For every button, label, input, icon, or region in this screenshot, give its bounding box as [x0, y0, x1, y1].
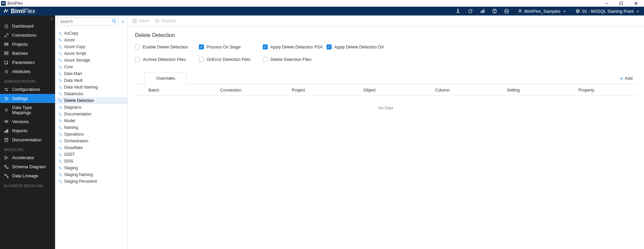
grid-column-setting[interactable]: Setting — [493, 88, 565, 93]
grid-column-object[interactable]: Object — [350, 88, 422, 93]
gear-icon — [58, 45, 62, 49]
settings-item-data-vault[interactable]: Data Vault — [55, 77, 127, 84]
tab-overrides[interactable]: Overrides — [144, 72, 187, 84]
sidebar-item-schema-diagram[interactable]: Schema Diagram — [0, 162, 55, 171]
svg-point-76 — [60, 141, 61, 142]
gear-icon — [58, 59, 62, 62]
sidebar-item-versions[interactable]: Versions — [0, 117, 55, 126]
svg-point-46 — [60, 40, 61, 41]
gear-icon — [58, 173, 62, 177]
settings-item-snowflake[interactable]: Snowflake — [55, 144, 127, 151]
settings-item-label: Data Vault — [64, 78, 83, 83]
settings-item-data-vault-naming[interactable]: Data Vault Naming — [55, 84, 127, 91]
settings-item-naming[interactable]: Naming — [55, 124, 127, 131]
sidebar-item-data-type-mappings[interactable]: Data Type Mappings — [0, 103, 55, 117]
settings-collapse-button[interactable]: « — [120, 19, 125, 24]
search-input[interactable] — [57, 17, 118, 26]
settings-item-ssdt[interactable]: SSDT — [55, 151, 127, 158]
reports-nav-icon[interactable] — [479, 8, 485, 14]
grid-column-project[interactable]: Project — [278, 88, 350, 93]
sidebar-collapse-button[interactable]: « — [0, 15, 55, 22]
version-selector[interactable]: 01 - MSSQL Starting Point ▾ — [573, 9, 641, 14]
sidebar-item-documentation[interactable]: Documentation — [0, 135, 55, 144]
sidebar-item-dashboard[interactable]: Dashboard — [0, 22, 55, 31]
settings-item-orchestration[interactable]: Orchestration — [55, 138, 127, 144]
svg-point-67 — [59, 113, 60, 114]
notifications-icon[interactable] — [455, 8, 461, 14]
settings-item-azure-storage[interactable]: Azure Storage — [55, 57, 127, 64]
add-button[interactable]: + Add — [620, 75, 637, 81]
settings-item-ssis[interactable]: SSIS — [55, 158, 127, 165]
help-icon[interactable] — [491, 8, 498, 14]
sidebar-item-data-lineage[interactable]: Data Lineage — [0, 171, 55, 180]
checkbox-onerror-detection-files[interactable]: OnError Detection Files — [199, 57, 263, 62]
settings-item-label: Naming — [64, 125, 78, 130]
refresh-icon[interactable] — [467, 8, 473, 14]
gear-icon — [58, 146, 62, 150]
add-label: Add — [625, 76, 633, 81]
settings-item-operations[interactable]: Operations — [55, 131, 127, 138]
settings-item-staging-naming[interactable]: Staging Naming — [55, 171, 127, 178]
gear-icon — [58, 32, 62, 35]
checkbox-label: Archive Detection Files — [143, 57, 186, 62]
attr-icon — [4, 69, 9, 74]
sidebar-item-projects[interactable]: Projects — [0, 40, 55, 49]
sidebar-item-label: Parameters — [12, 60, 35, 65]
settings-item-staging-persistent[interactable]: Staging Persistent — [55, 178, 127, 185]
app-icon — [1, 1, 6, 6]
link-icon — [4, 33, 9, 38]
settings-item-azure-copy[interactable]: Azure Copy — [55, 43, 127, 50]
settings-item-core[interactable]: Core — [55, 64, 127, 70]
settings-item-documentation[interactable]: Documentation — [55, 111, 127, 117]
window-maximize-button[interactable] — [614, 0, 629, 7]
grid-column-connection[interactable]: Connection — [207, 88, 278, 93]
search-icon[interactable] — [112, 19, 116, 23]
svg-point-62 — [60, 94, 61, 95]
sidebar-item-batches[interactable]: Batches — [0, 49, 55, 58]
save-button[interactable]: Save — [132, 18, 149, 23]
sidebar-item-attributes[interactable]: Attributes — [0, 67, 55, 76]
grid-column-batch[interactable]: Batch — [135, 88, 207, 93]
window-minimize-button[interactable] — [599, 0, 614, 7]
gear-icon — [58, 52, 62, 56]
sidebar-item-parameters[interactable]: Parameters — [0, 58, 55, 67]
window-close-button[interactable] — [629, 0, 643, 7]
sidebar-item-reports[interactable]: Reports — [0, 126, 55, 135]
checkbox-label: Apply Delete Detection DV — [334, 45, 384, 49]
sidebar-item-settings[interactable]: Settings — [0, 94, 55, 103]
checkbox-apply-delete-detection-dv[interactable]: ✓Apply Delete Detection DV — [327, 44, 390, 49]
svg-point-56 — [60, 74, 61, 75]
settings-item-delete-detection[interactable]: Delete Detection — [55, 97, 127, 104]
discard-button[interactable]: Discard — [155, 18, 176, 23]
svg-point-44 — [60, 33, 61, 34]
svg-rect-38 — [7, 167, 8, 169]
sidebar-item-connections[interactable]: Connections — [0, 31, 55, 40]
sidebar-item-configurations[interactable]: Configurations — [0, 85, 55, 94]
customer-selector[interactable]: BimlFlex_Samples ▾ — [516, 9, 568, 14]
database-icon[interactable] — [504, 8, 510, 14]
svg-point-25 — [5, 97, 5, 98]
settings-item-model[interactable]: Model — [55, 117, 127, 124]
svg-rect-8 — [483, 9, 484, 13]
sidebar-item-accelerator[interactable]: Accelerator — [0, 153, 55, 162]
settings-item-staging[interactable]: Staging — [55, 165, 127, 171]
checkbox-apply-delete-detection-psa[interactable]: ✓Apply Delete Detection PSA — [263, 44, 327, 49]
checkbox-delete-detection-files[interactable]: Delete Detection Files — [263, 57, 327, 62]
mapping-icon — [4, 108, 9, 112]
settings-item-azure[interactable]: Azure — [55, 37, 127, 43]
checkbox-process-on-stage[interactable]: ✓Process On Stage — [199, 44, 263, 49]
settings-item-azure-script[interactable]: Azure Script — [55, 50, 127, 57]
grid-column-column[interactable]: Column — [422, 88, 493, 93]
settings-item-data-mart[interactable]: Data Mart — [55, 70, 127, 77]
svg-point-61 — [59, 93, 60, 94]
settings-item-diagrams[interactable]: Diagrams — [55, 104, 127, 111]
svg-rect-7 — [482, 10, 483, 13]
settings-item-azcopy[interactable]: AzCopy — [55, 30, 127, 37]
versions-icon — [4, 119, 9, 124]
settings-item-databricks[interactable]: Databricks — [55, 91, 127, 97]
grid-column-property[interactable]: Property — [565, 88, 637, 93]
checkbox-archive-detection-files[interactable]: Archive Detection Files — [135, 57, 199, 62]
sidebar-item-label: Attributes — [12, 69, 31, 74]
gear-icon — [58, 159, 62, 163]
checkbox-enable-delete-detection[interactable]: Enable Delete Detection — [135, 44, 199, 49]
